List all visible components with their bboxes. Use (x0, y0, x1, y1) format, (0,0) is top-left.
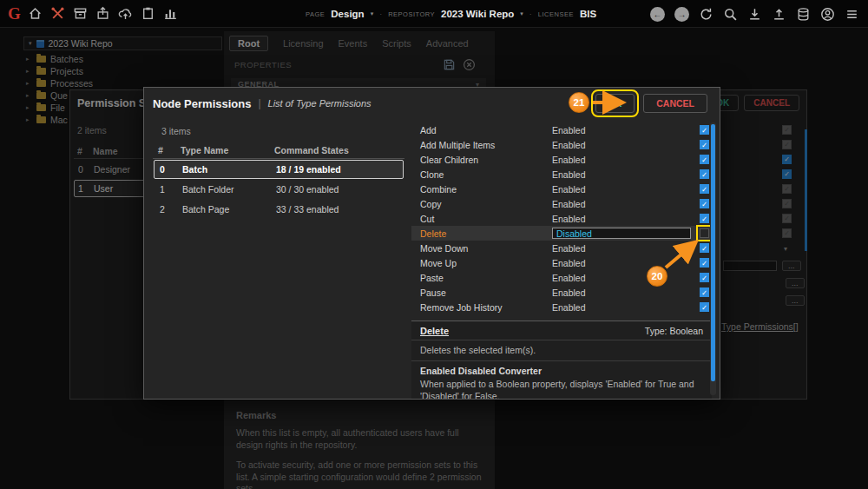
permission-name: Clone (420, 169, 552, 180)
permission-value[interactable]: Enabled (552, 243, 700, 254)
scrollbar-thumb[interactable] (711, 124, 715, 381)
converter-title: Enabled Disabled Converter (411, 361, 712, 378)
permission-value[interactable]: Enabled (552, 287, 700, 298)
column-header: Type Name (181, 145, 274, 155)
permission-value[interactable]: Enabled (552, 155, 700, 165)
permission-checkbox[interactable]: ✓ (700, 273, 709, 282)
permission-row[interactable]: CloneEnabled✓ (411, 167, 712, 182)
permission-row[interactable]: DeleteDisabled (411, 226, 712, 241)
permission-checkbox[interactable]: ✓ (700, 243, 709, 253)
application-window: G PAGE Design ▾ · REPOSITORY 2023 Wiki R… (0, 0, 868, 489)
permission-checkbox[interactable]: ✓ (700, 155, 709, 164)
row-number: 0 (160, 164, 182, 175)
permission-name: Copy (420, 199, 552, 209)
permission-checkbox[interactable]: ✓ (700, 302, 709, 312)
permission-row[interactable]: Move UpEnabled✓ (411, 255, 712, 270)
permission-row[interactable]: Clear ChildrenEnabled✓ (411, 152, 712, 167)
ok-button[interactable]: OK (595, 94, 635, 113)
home-icon[interactable] (28, 6, 43, 21)
permission-value[interactable]: Disabled (552, 228, 691, 239)
permission-row[interactable]: Move DownEnabled✓ (411, 241, 712, 255)
permission-value[interactable]: Enabled (552, 199, 700, 209)
type-row[interactable]: 2Batch Page33 / 33 enabled (154, 200, 404, 219)
licensee-value: BIS (580, 9, 596, 19)
separator-dot: · (529, 10, 532, 18)
repository-label: REPOSITORY (388, 10, 435, 18)
permission-value[interactable]: Enabled (552, 302, 700, 313)
permission-checkbox[interactable]: ✓ (700, 214, 709, 223)
permission-name: Pause (420, 287, 552, 298)
command-states: 18 / 19 enabled (276, 164, 398, 175)
callout-badge-20: 20 (647, 266, 667, 287)
detail-property-name: Delete (420, 326, 449, 336)
export-icon[interactable] (95, 6, 110, 21)
permission-value[interactable]: Enabled (552, 273, 700, 283)
permission-value[interactable]: Enabled (552, 184, 700, 195)
permission-checkbox[interactable] (700, 228, 709, 238)
permission-value[interactable]: Enabled (552, 125, 700, 135)
permission-value[interactable]: Enabled (552, 258, 700, 268)
permission-row[interactable]: Remove Job HistoryEnabled✓ (411, 300, 712, 314)
type-row[interactable]: 1Batch Folder30 / 30 enabled (154, 180, 404, 199)
user-icon[interactable] (820, 7, 835, 22)
detail-description: Deletes the selected item(s). (411, 340, 712, 361)
search-icon[interactable] (723, 7, 738, 22)
permission-value[interactable]: Enabled (552, 169, 700, 180)
type-name: Batch (182, 164, 276, 175)
permission-name: Clear Children (420, 155, 552, 165)
tools-icon[interactable] (50, 6, 65, 21)
row-number: 1 (160, 184, 182, 195)
cancel-button[interactable]: CANCEL (643, 94, 707, 113)
permission-checkbox[interactable]: ✓ (700, 287, 709, 297)
permission-row[interactable]: CombineEnabled✓ (411, 182, 712, 196)
modal-header: Node Permissions | List of Type Permissi… (144, 88, 720, 119)
database-icon[interactable] (796, 7, 811, 22)
permission-row[interactable]: PauseEnabled✓ (411, 285, 712, 300)
type-name: Batch Folder (182, 184, 276, 195)
permission-checkbox[interactable]: ✓ (700, 140, 709, 149)
type-name: Batch Page (182, 204, 276, 215)
cloud-upload-icon[interactable] (118, 6, 133, 21)
permission-row[interactable]: AddEnabled✓ (411, 122, 712, 137)
property-detail-panel: Delete Type: Boolean Deletes the selecte… (411, 320, 712, 400)
permission-name: Move Down (420, 243, 552, 254)
permission-checkbox[interactable]: ✓ (700, 199, 709, 208)
upload-icon[interactable] (772, 7, 786, 22)
page-selector[interactable]: Design (331, 9, 364, 19)
permission-name: Cut (420, 214, 552, 224)
permission-value[interactable]: Enabled (552, 214, 700, 224)
chevron-down-icon: ▾ (520, 10, 523, 17)
permission-checkbox[interactable]: ✓ (700, 184, 709, 194)
converter-description: When applied to a Boolean property, disp… (411, 378, 712, 400)
permission-name: Combine (420, 184, 552, 195)
chevron-down-icon: ▾ (371, 10, 374, 17)
permission-checkbox[interactable]: ✓ (700, 125, 709, 135)
scrollbar-track[interactable] (710, 122, 716, 395)
detail-property-type: Type: Boolean (645, 326, 703, 336)
archive-icon[interactable] (73, 6, 88, 21)
permission-value[interactable]: Enabled (552, 140, 700, 150)
permission-row[interactable]: CutEnabled✓ (411, 211, 712, 226)
type-row[interactable]: 0Batch18 / 19 enabled (154, 160, 404, 179)
repository-selector[interactable]: 2023 Wiki Repo (441, 9, 514, 19)
node-permissions-modal: Node Permissions | List of Type Permissi… (143, 87, 720, 400)
forward-icon[interactable]: → (674, 7, 689, 22)
permission-checkbox[interactable]: ✓ (700, 169, 709, 179)
download-icon[interactable] (747, 7, 762, 22)
command-states: 30 / 30 enabled (276, 184, 398, 195)
menu-icon[interactable] (845, 7, 859, 22)
permission-name: Move Up (420, 258, 552, 268)
permission-checkbox[interactable]: ✓ (700, 258, 709, 268)
refresh-icon[interactable] (699, 7, 713, 22)
permission-name: Add (420, 125, 552, 135)
app-logo: G (8, 4, 21, 23)
clipboard-icon[interactable] (141, 6, 155, 21)
page-label: PAGE (306, 10, 325, 18)
permission-row[interactable]: CopyEnabled✓ (411, 196, 712, 211)
permission-row[interactable]: Add Multiple ItemsEnabled✓ (411, 137, 712, 152)
back-icon[interactable]: ← (650, 7, 665, 22)
bar-chart-icon[interactable] (163, 6, 178, 21)
command-states: 33 / 33 enabled (276, 204, 398, 215)
permissions-panel: AddEnabled✓Add Multiple ItemsEnabled✓Cle… (411, 119, 712, 314)
permission-name: Remove Job History (420, 302, 552, 313)
